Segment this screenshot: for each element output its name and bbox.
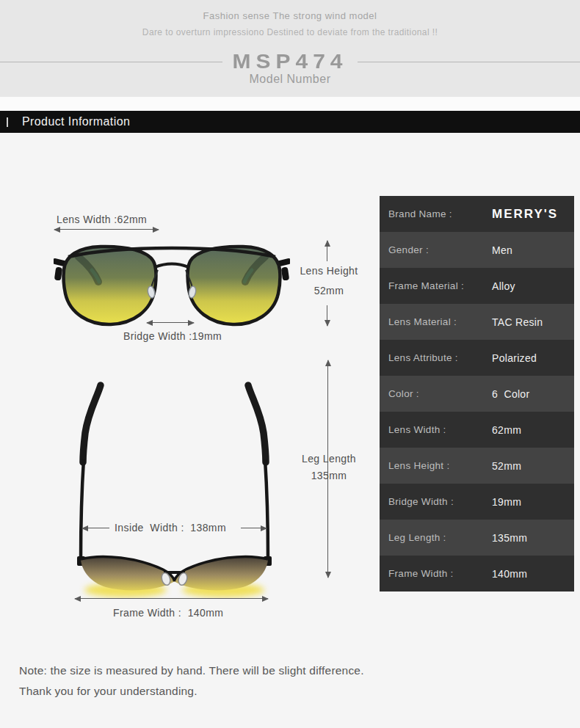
- leg-length-value: 135mm: [292, 470, 366, 481]
- spec-label: Frame Width :: [380, 568, 492, 579]
- spec-row: Brand Name :MERRY'S: [380, 196, 574, 232]
- spec-label: Leg Length :: [380, 532, 492, 543]
- spec-value: 6 Color: [492, 388, 529, 400]
- spec-row: Gender :Men: [380, 232, 574, 268]
- spec-label: Frame Material :: [380, 280, 492, 291]
- spec-value: 140mm: [492, 568, 527, 580]
- bridge-width-arrow: [147, 322, 194, 323]
- sunglasses-top-view: [70, 376, 278, 599]
- leg-length-label: Leg Length: [292, 453, 366, 465]
- product-page: Fashion sense The strong wind model Dare…: [0, 0, 580, 728]
- frame-width-label: Frame Width : 140mm: [113, 607, 223, 619]
- header-section: Fashion sense The strong wind model Dare…: [0, 0, 580, 97]
- spec-value: 62mm: [492, 424, 521, 436]
- spec-label: Bridge Width :: [380, 496, 492, 507]
- lens-width-label: Lens Width :62mm: [57, 214, 147, 225]
- spec-row: Bridge Width :19mm: [380, 484, 574, 520]
- lens-height-arrow-up: [327, 241, 327, 261]
- tagline-1: Fashion sense The strong wind model: [0, 10, 580, 21]
- spec-row: Frame Material :Alloy: [380, 268, 574, 304]
- spec-row: Lens Attribute :Polarized: [380, 340, 574, 376]
- lens-height-arrow-down: [327, 305, 327, 326]
- spec-value: 52mm: [492, 460, 521, 472]
- model-code-row: MSP474: [0, 48, 580, 75]
- section-tick-icon: [7, 117, 8, 127]
- note-line-2: Thank you for your understanding.: [19, 685, 197, 698]
- inside-width-label: Inside Width : 138mm: [115, 522, 226, 534]
- spec-label: Lens Attribute :: [380, 352, 492, 363]
- frame-width-arrow: [75, 598, 268, 599]
- spec-value: TAC Resin: [492, 316, 543, 328]
- spec-table: Brand Name :MERRY'SGender :MenFrame Mate…: [380, 196, 574, 592]
- spec-value: Alloy: [492, 280, 515, 292]
- divider-line-right: [358, 62, 580, 62]
- spec-label: Brand Name :: [380, 208, 492, 219]
- spec-label: Color :: [380, 388, 492, 399]
- note-line-1: Note: the size is measured by hand. Ther…: [19, 664, 364, 677]
- spec-row: Leg Length :135mm: [380, 520, 574, 556]
- sunglasses-front-view: [54, 241, 290, 333]
- spec-value: 135mm: [492, 532, 527, 544]
- spec-row: Color :6 Color: [380, 376, 574, 412]
- divider-line-left: [0, 62, 222, 62]
- spec-row: Frame Width :140mm: [380, 556, 574, 592]
- inside-width-arrow-right: [241, 528, 267, 528]
- spec-value: Polarized: [492, 352, 537, 364]
- model-code: MSP474: [232, 50, 347, 73]
- spec-label: Lens Material :: [380, 316, 492, 327]
- spec-value: Men: [492, 244, 512, 256]
- tagline-2: Dare to overturn impressiono Destined to…: [0, 27, 580, 37]
- spec-label: Lens Width :: [380, 424, 492, 435]
- lens-height-value: 52mm: [292, 285, 366, 296]
- spec-row: Lens Material :TAC Resin: [380, 304, 574, 340]
- section-title-bar: Product Information: [0, 111, 580, 133]
- leg-length-arrow: [327, 360, 328, 578]
- bridge-width-label: Bridge Width :19mm: [123, 330, 222, 342]
- header-gap: [0, 97, 580, 111]
- lens-height-label: Lens Height: [292, 265, 366, 277]
- spec-row: Lens Height :52mm: [380, 448, 574, 484]
- section-title: Product Information: [22, 115, 130, 128]
- lens-width-arrow: [54, 229, 159, 230]
- brand-logo: MERRY'S: [492, 207, 558, 222]
- model-number-label: Model Number: [0, 73, 580, 86]
- spec-value: 19mm: [492, 496, 521, 508]
- inside-width-arrow-left: [82, 528, 109, 528]
- spec-label: Lens Height :: [380, 460, 492, 471]
- spec-row: Lens Width :62mm: [380, 412, 574, 448]
- spec-label: Gender :: [380, 244, 492, 255]
